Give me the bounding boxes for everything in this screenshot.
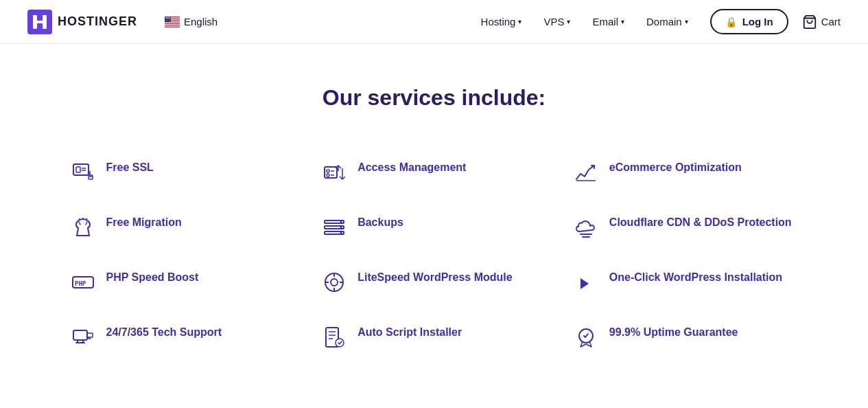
svg-point-17 [169, 18, 169, 19]
svg-point-36 [340, 221, 342, 223]
nav-domain[interactable]: Domain ▾ [646, 16, 688, 27]
svg-point-10 [167, 17, 167, 18]
service-label: 99.9% Uptime Guarantee [609, 325, 738, 340]
service-label: Cloudflare CDN & DDoS Protection [609, 215, 792, 230]
svg-text:PHP: PHP [75, 280, 86, 287]
login-button[interactable]: 🔒 Log In [710, 9, 788, 34]
svg-point-13 [169, 17, 170, 18]
auto-script-icon [322, 325, 347, 350]
service-auto-script: Auto Script Installer [308, 310, 560, 365]
nav-hosting[interactable]: Hosting ▾ [481, 16, 522, 27]
service-access-management: Access Management [308, 145, 560, 200]
services-grid: Free SSL Access Management [57, 145, 812, 365]
logo[interactable]: HOSTINGER [27, 10, 137, 34]
cloudflare-icon [574, 215, 598, 240]
logo-text: HOSTINGER [58, 14, 137, 29]
svg-point-42 [331, 279, 338, 286]
php-icon: PHP [71, 270, 95, 295]
service-free-migration: Free Migration [57, 200, 309, 255]
svg-point-16 [168, 18, 169, 19]
main-content: Our services include: Free SSL [0, 44, 868, 406]
svg-point-9 [165, 17, 166, 18]
ecommerce-icon [574, 160, 598, 185]
service-label: PHP Speed Boost [106, 270, 199, 285]
service-label: LiteSpeed WordPress Module [357, 270, 513, 285]
svg-rect-6 [165, 24, 180, 25]
svg-point-15 [167, 18, 167, 19]
chevron-down-icon: ▾ [685, 18, 688, 25]
svg-point-12 [169, 17, 169, 18]
nav-vps[interactable]: VPS ▾ [543, 16, 570, 27]
service-cloudflare: Cloudflare CDN & DDoS Protection [560, 200, 812, 255]
svg-rect-5 [165, 22, 180, 23]
main-nav: Hosting ▾ VPS ▾ Email ▾ Domain ▾ [481, 16, 688, 27]
language-selector[interactable]: English [165, 16, 218, 27]
svg-rect-20 [76, 167, 80, 172]
chevron-down-icon: ▾ [518, 18, 521, 25]
service-ecommerce: eCommerce Optimization [560, 145, 812, 200]
svg-point-37 [340, 227, 342, 229]
service-litespeed: LiteSpeed WordPress Module [308, 255, 560, 310]
section-title: Our services include: [55, 85, 813, 111]
chevron-down-icon: ▾ [621, 18, 624, 25]
service-tech-support: 24/7/365 Tech Support [57, 310, 309, 365]
service-wordpress-install: One-Click WordPress Installation [560, 255, 812, 310]
svg-point-14 [166, 18, 167, 19]
chevron-down-icon: ▾ [567, 18, 570, 25]
service-label: Backups [357, 215, 403, 230]
service-backups: Backups [308, 200, 560, 255]
cart-button[interactable]: Cart [802, 14, 841, 30]
uptime-icon [574, 325, 598, 350]
migration-icon [71, 215, 95, 240]
wordpress-install-icon [574, 270, 598, 295]
logo-icon [27, 10, 52, 34]
svg-rect-23 [89, 175, 93, 179]
svg-rect-7 [165, 25, 180, 26]
service-php-speed: PHP PHP Speed Boost [57, 255, 309, 310]
header: HOSTINGER English Hosting ▾ [0, 0, 868, 44]
svg-point-38 [340, 232, 342, 234]
backups-icon [322, 215, 347, 240]
lock-icon: 🔒 [725, 16, 737, 27]
nav-email[interactable]: Email ▾ [592, 16, 624, 27]
svg-point-11 [167, 17, 168, 18]
service-label: Free SSL [106, 160, 154, 175]
svg-point-53 [336, 339, 344, 347]
service-label: 24/7/365 Tech Support [106, 325, 222, 340]
flag-icon [165, 16, 180, 27]
service-label: Access Management [357, 160, 466, 175]
service-free-ssl: Free SSL [57, 145, 309, 200]
language-text: English [184, 16, 218, 27]
service-label: eCommerce Optimization [609, 160, 742, 175]
service-label: Free Migration [106, 215, 182, 230]
svg-point-25 [327, 170, 329, 172]
svg-point-27 [327, 174, 329, 177]
litespeed-icon [322, 270, 347, 295]
access-management-icon [322, 160, 347, 185]
service-label: Auto Script Installer [357, 325, 462, 340]
ssl-icon [71, 160, 95, 185]
tech-support-icon [71, 325, 95, 350]
svg-rect-24 [325, 167, 337, 178]
service-uptime: 99.9% Uptime Guarantee [560, 310, 812, 365]
svg-rect-47 [73, 330, 87, 340]
service-label: One-Click WordPress Installation [609, 270, 782, 285]
svg-rect-48 [87, 333, 93, 337]
cart-icon [802, 14, 817, 30]
